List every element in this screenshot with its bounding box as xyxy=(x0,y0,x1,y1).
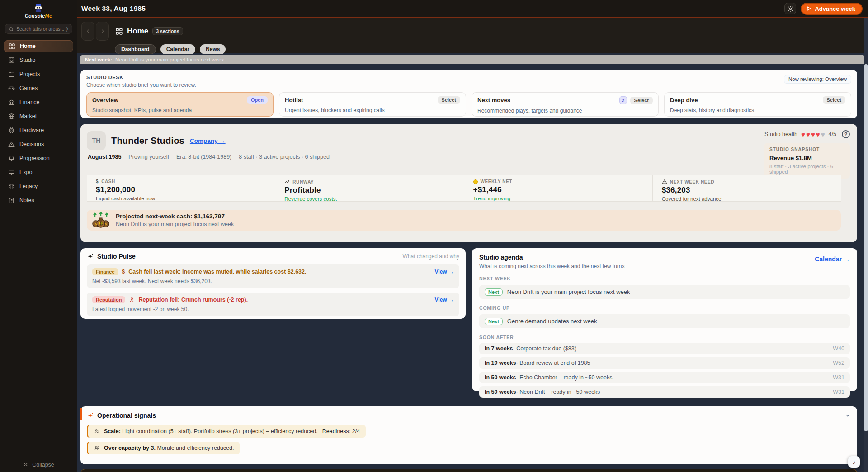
tab-dashboard[interactable]: Dashboard xyxy=(115,44,156,54)
pulse-item-finance: Finance $ Cash fell last week: income wa… xyxy=(87,264,459,288)
sparkle-icon xyxy=(87,253,94,260)
desk-card-deep-dive[interactable]: Deep dive Select Deep stats, history and… xyxy=(664,92,851,117)
agenda-soon-item: In 50 weeks · Neon Drift – ready in ~50 … xyxy=(479,386,850,398)
agenda-soon-item: In 7 weeks · Corporate tax due ($83) W40 xyxy=(479,343,850,354)
studio-overview-panel: TH Thunder Studios Company → August 1985… xyxy=(80,124,857,242)
agenda-item-text: Neon Drift is your main project focus ne… xyxy=(507,288,630,295)
scroll-icon xyxy=(8,197,15,204)
desk-card-hotlist[interactable]: Hotlist Select Urgent issues, blockers a… xyxy=(279,92,466,117)
agenda-soon-item: In 50 weeks · Echo Chamber – ready in ~5… xyxy=(479,372,850,383)
sidebar-item-games[interactable]: Games xyxy=(4,82,73,94)
kpi-label: CASH xyxy=(101,179,115,184)
scrollbar[interactable] xyxy=(864,18,868,472)
chevron-left-icon xyxy=(85,28,91,34)
desk-card-next-moves[interactable]: Next moves 2Select Recommended plays, ta… xyxy=(472,92,659,117)
people-icon xyxy=(94,428,100,434)
scrollbar-thumb[interactable] xyxy=(864,64,868,431)
heart-empty-icon: ♥ xyxy=(821,131,825,138)
sidebar-item-legacy[interactable]: Legacy xyxy=(4,180,73,192)
signal-extra: Readiness: 2/4 xyxy=(322,428,360,434)
next-week-banner: Next week: Neon Drift is your main proje… xyxy=(80,55,865,64)
history-back-button[interactable] xyxy=(81,22,94,41)
advance-week-button[interactable]: Advance week xyxy=(801,3,863,15)
search-input[interactable] xyxy=(16,26,68,32)
grid-icon xyxy=(115,28,123,35)
bank-icon xyxy=(8,99,15,106)
signal-text: Light coordination (5+ staff). Portfolio… xyxy=(122,428,317,434)
card-title: Next moves xyxy=(477,97,510,104)
sidebar-item-expo[interactable]: Expo xyxy=(4,166,73,178)
sidebar-item-decisions[interactable]: Decisions xyxy=(4,138,73,150)
kpi-weekly-net: WEEKLY NET +$1,446 Trend improving xyxy=(464,175,652,201)
health-value: 4/5 xyxy=(829,131,836,137)
signal-scale: Scale: Light coordination (5+ staff). Po… xyxy=(87,425,366,438)
sidebar-item-home[interactable]: Home xyxy=(4,40,73,52)
heart-icon: ♥ xyxy=(811,131,815,138)
sidebar-item-hardware[interactable]: Hardware xyxy=(4,124,73,136)
collapse-section-button[interactable] xyxy=(844,412,851,419)
next-badge: Next xyxy=(485,288,503,296)
sidebar-item-finance[interactable]: Finance xyxy=(4,96,73,108)
studio-desk-panel: STUDIO DESK Choose which studio brief yo… xyxy=(80,70,857,118)
sidebar-item-label: Legacy xyxy=(19,183,38,189)
studio-meta: August 1985 Proving yourself Era: 8-bit … xyxy=(88,154,851,160)
gamepad-icon xyxy=(8,85,15,92)
sidebar-item-label: Decisions xyxy=(19,141,44,147)
select-button[interactable]: Select xyxy=(630,97,653,104)
trend-up-icon xyxy=(284,179,290,184)
sidebar-item-studio[interactable]: Studio xyxy=(4,54,73,66)
open-badge[interactable]: Open xyxy=(247,96,268,104)
chevron-down-icon xyxy=(844,412,851,419)
sections-badge: 3 sections xyxy=(152,27,183,35)
svg-text:$: $ xyxy=(105,222,107,226)
presentation-icon xyxy=(8,169,15,176)
kpi-label: WEEKLY NET xyxy=(481,179,512,184)
kpi-sub: Trend improving xyxy=(473,196,652,201)
sidebar-collapse-button[interactable]: Collapse xyxy=(0,457,77,472)
select-button[interactable]: Select xyxy=(823,96,845,104)
sidebar-search[interactable] xyxy=(5,24,72,34)
sidebar-item-market[interactable]: Market xyxy=(4,110,73,122)
help-icon[interactable]: ? xyxy=(842,130,850,138)
settings-button[interactable] xyxy=(784,3,796,14)
sidebar-item-progression[interactable]: Progression xyxy=(4,152,73,164)
sidebar-item-label: Expo xyxy=(19,169,33,175)
banner-text: Neon Drift is your main project focus ne… xyxy=(115,57,224,62)
tab-calendar[interactable]: Calendar xyxy=(160,44,195,54)
sidebar-item-notes[interactable]: Notes xyxy=(4,194,73,206)
film-icon xyxy=(8,183,15,190)
signal-lead: Over capacity by 3. xyxy=(104,445,156,451)
section-label: COMING UP xyxy=(479,305,850,311)
view-link[interactable]: View → xyxy=(435,269,454,275)
history-forward-button[interactable] xyxy=(96,22,109,41)
tab-news[interactable]: News xyxy=(200,44,226,54)
calendar-link[interactable]: Calendar → xyxy=(815,255,850,263)
signal-capacity: Over capacity by 3. Morale and efficienc… xyxy=(87,442,240,454)
sidebar-item-projects[interactable]: Projects xyxy=(4,68,73,80)
view-link[interactable]: View → xyxy=(435,297,454,303)
kpi-sub: Covered for next advance xyxy=(662,196,841,202)
sidebar-item-label: Market xyxy=(19,113,37,119)
alert-triangle-icon xyxy=(8,141,15,148)
sidebar-nav: Home Studio Projects Games Finance Marke… xyxy=(0,40,77,457)
studio-date: August 1985 xyxy=(88,154,121,160)
card-title: Deep dive xyxy=(670,97,698,104)
finance-badge: Finance xyxy=(92,268,118,275)
operational-signals-panel: Operational signals Scale: Light coordin… xyxy=(80,406,857,464)
sidebar-item-label: Finance xyxy=(19,99,39,105)
app-root: ConsoleMe Home Studio Projects Games xyxy=(0,0,868,472)
studio-staff-line: 8 staff · 3 active projects · 6 shipped xyxy=(239,154,330,160)
desk-card-overview[interactable]: Overview Open Studio snapshot, KPIs, pul… xyxy=(86,92,274,117)
music-button[interactable]: ♪ xyxy=(848,456,860,468)
page-tabs: Dashboard Calendar News xyxy=(115,44,863,54)
sidebar-item-label: Notes xyxy=(19,197,34,203)
projected-cash-sub: Neon Drift is your main project focus ne… xyxy=(116,221,234,227)
select-button[interactable]: Select xyxy=(438,96,460,104)
kpi-row: $CASH $1,200,000 Liquid cash available n… xyxy=(87,175,841,202)
company-link[interactable]: Company → xyxy=(190,137,226,144)
page-header: Home 3 sections Dashboard Calendar News xyxy=(77,18,868,53)
globe-icon xyxy=(8,113,15,120)
now-reviewing-badge: Now reviewing: Overview xyxy=(784,75,851,84)
kpi-value[interactable]: Profitable xyxy=(284,186,321,195)
grid-icon xyxy=(9,43,15,50)
